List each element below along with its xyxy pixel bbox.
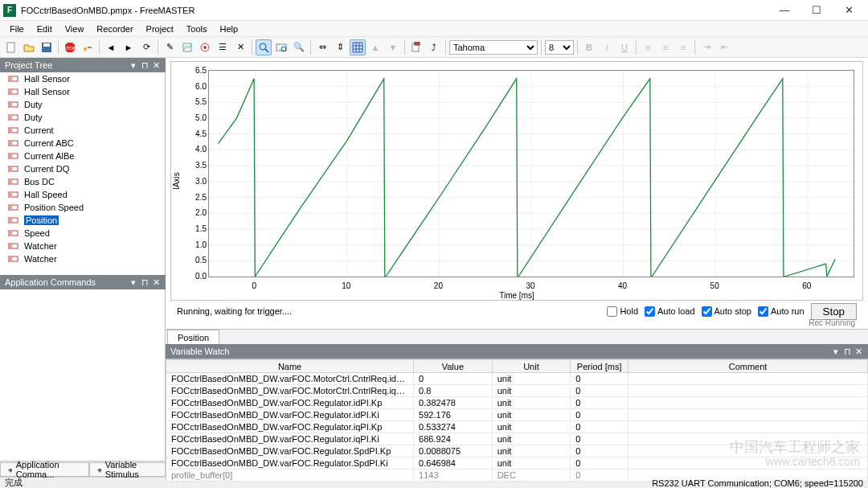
fit-v-icon[interactable]: ⇕ bbox=[332, 39, 348, 55]
autoload-checkbox[interactable]: Auto load bbox=[645, 306, 694, 317]
table-row[interactable]: FOCctrlBasedOnMBD_DW.varFOC.MotorCtrl.Cn… bbox=[166, 385, 868, 397]
properties-icon[interactable]: ☰ bbox=[215, 39, 231, 55]
add-recorder-icon[interactable] bbox=[197, 39, 213, 55]
grid-header[interactable]: Unit bbox=[492, 360, 571, 373]
edit-variable-icon[interactable]: ✎ bbox=[162, 39, 178, 55]
tree-item[interactable]: Position Speed bbox=[0, 201, 165, 214]
autostop-checkbox[interactable]: Auto stop bbox=[702, 306, 751, 317]
add-scope-icon[interactable] bbox=[179, 39, 195, 55]
align-center-icon[interactable]: ≡ bbox=[657, 39, 674, 55]
pin-icon[interactable]: ⊓ bbox=[842, 347, 852, 356]
tree-item[interactable]: Position bbox=[0, 214, 165, 227]
align-right-icon[interactable]: ≡ bbox=[675, 39, 691, 55]
variable-watch-grid[interactable]: NameValueUnitPeriod [ms]Comment FOCctrlB… bbox=[166, 359, 868, 482]
tree-item[interactable]: Speed bbox=[0, 227, 165, 240]
grid-header[interactable]: Value bbox=[414, 360, 493, 373]
stop-comm-icon[interactable]: STOP bbox=[62, 39, 78, 55]
indent-right-icon[interactable]: ⇥ bbox=[698, 39, 714, 55]
export-icon[interactable]: ⤴ bbox=[426, 39, 442, 55]
content-tab[interactable]: Position bbox=[167, 330, 219, 344]
table-row[interactable]: FOCctrlBasedOnMBD_DW.varFOC.Regulator.id… bbox=[166, 397, 868, 409]
italic-icon[interactable]: I bbox=[599, 39, 615, 55]
zoom-window-icon[interactable] bbox=[273, 39, 289, 55]
comm-settings-icon[interactable] bbox=[80, 39, 96, 55]
close-button[interactable]: ✕ bbox=[833, 0, 865, 21]
indent-left-icon[interactable]: ⇤ bbox=[716, 39, 732, 55]
tree-item[interactable]: Duty bbox=[0, 111, 165, 124]
stop-button[interactable]: Stop bbox=[811, 303, 857, 320]
table-row[interactable]: FOCctrlBasedOnMBD_DW.varFOC.Regulator.Sp… bbox=[166, 445, 868, 457]
table-row[interactable]: FOCctrlBasedOnMBD_DW.varFOC.Regulator.iq… bbox=[166, 421, 868, 433]
tree-item[interactable]: Current DQ bbox=[0, 162, 165, 175]
pin-icon bbox=[95, 465, 103, 474]
menu-project[interactable]: Project bbox=[140, 23, 180, 35]
pin-icon[interactable]: ⊓ bbox=[140, 277, 149, 287]
hold-checkbox[interactable]: Hold bbox=[607, 306, 638, 317]
grid-header[interactable]: Name bbox=[166, 360, 414, 373]
menu-file[interactable]: File bbox=[3, 23, 31, 35]
underline-icon[interactable]: U bbox=[616, 39, 633, 55]
tree-item[interactable]: Watcher bbox=[0, 252, 165, 265]
tree-item[interactable]: Current AlBe bbox=[0, 150, 165, 162]
titlebar: F FOCctrlBasedOnMBD.pmpx - FreeMASTER — … bbox=[0, 0, 868, 21]
zoom-select-icon[interactable] bbox=[256, 39, 272, 55]
move-up-icon[interactable]: ▲ bbox=[367, 39, 383, 55]
grid-header[interactable]: Period [ms] bbox=[571, 360, 628, 373]
align-left-icon[interactable]: ≡ bbox=[640, 39, 656, 55]
chart[interactable]: FOCctrlBasedOnMBD_DW.varFOC.Signals.Snls… bbox=[170, 61, 863, 301]
move-down-icon[interactable]: ▼ bbox=[385, 39, 401, 55]
dropdown-icon[interactable]: ▾ bbox=[831, 347, 841, 356]
maximize-button[interactable]: ☐ bbox=[800, 0, 833, 21]
table-row[interactable]: FOCctrlBasedOnMBD_DW.varFOC.Regulator.iq… bbox=[166, 433, 868, 445]
menu-help[interactable]: Help bbox=[214, 23, 245, 35]
tab-app-commands[interactable]: Application Comma... bbox=[0, 462, 89, 477]
table-row[interactable]: FOCctrlBasedOnMBD_DW.varFOC.Regulator.Sp… bbox=[166, 457, 868, 470]
svg-point-9 bbox=[203, 46, 207, 49]
tree-item[interactable]: Current bbox=[0, 124, 165, 137]
autorun-checkbox[interactable]: Auto run bbox=[758, 306, 805, 317]
tree-item[interactable]: Hall Sensor bbox=[0, 72, 165, 85]
grid-header[interactable]: Comment bbox=[628, 360, 868, 373]
table-row[interactable]: FOCctrlBasedOnMBD_DW.varFOC.MotorCtrl.Cn… bbox=[166, 373, 868, 385]
y-tick: 6.0 bbox=[195, 81, 207, 90]
bold-icon[interactable]: B bbox=[581, 39, 597, 55]
font-select[interactable]: Tahoma bbox=[449, 40, 538, 55]
refresh-icon[interactable]: ⟳ bbox=[138, 39, 154, 55]
copy-icon[interactable] bbox=[408, 39, 424, 55]
size-select[interactable]: 8 bbox=[545, 40, 574, 55]
tree-item[interactable]: Hall Sensor bbox=[0, 85, 165, 98]
project-tree[interactable]: Hall SensorHall SensorDutyDutyCurrentCur… bbox=[0, 72, 166, 275]
close-panel-icon[interactable]: ✕ bbox=[854, 347, 863, 356]
scope-icon bbox=[8, 228, 21, 238]
minimize-button[interactable]: — bbox=[768, 0, 800, 21]
tree-item[interactable]: Hall Speed bbox=[0, 188, 165, 201]
tab-variable-stimulus[interactable]: Variable Stimulus bbox=[89, 462, 166, 477]
menu-edit[interactable]: Edit bbox=[31, 23, 59, 35]
svg-point-10 bbox=[260, 43, 266, 50]
dropdown-icon[interactable]: ▾ bbox=[129, 60, 138, 70]
dropdown-icon[interactable]: ▾ bbox=[129, 277, 138, 287]
save-icon[interactable] bbox=[39, 39, 55, 55]
grid-toggle-icon[interactable] bbox=[350, 39, 366, 55]
chart-plot[interactable] bbox=[208, 70, 854, 277]
scope-icon bbox=[8, 113, 21, 122]
forward-icon[interactable]: ► bbox=[121, 39, 137, 55]
close-panel-icon[interactable]: ✕ bbox=[151, 60, 161, 70]
tree-item[interactable]: Watcher bbox=[0, 240, 165, 252]
zoom-icon[interactable]: 🔍 bbox=[291, 39, 307, 55]
menu-tools[interactable]: Tools bbox=[180, 23, 214, 35]
pin-icon[interactable]: ⊓ bbox=[140, 60, 149, 70]
table-row[interactable]: FOCctrlBasedOnMBD_DW.varFOC.Regulator.id… bbox=[166, 409, 868, 421]
menu-recorder[interactable]: Recorder bbox=[90, 23, 139, 35]
tree-item[interactable]: Current ABC bbox=[0, 137, 165, 150]
back-icon[interactable]: ◄ bbox=[103, 39, 119, 55]
open-icon[interactable] bbox=[21, 39, 37, 55]
fit-h-icon[interactable]: ⇔ bbox=[314, 39, 330, 55]
delete-icon[interactable]: ✕ bbox=[232, 39, 248, 55]
tree-item[interactable]: Bus DC bbox=[0, 175, 165, 188]
close-panel-icon[interactable]: ✕ bbox=[151, 277, 161, 287]
pin-icon bbox=[6, 465, 14, 474]
new-file-icon[interactable] bbox=[3, 39, 19, 55]
tree-item[interactable]: Duty bbox=[0, 98, 165, 111]
menu-view[interactable]: View bbox=[59, 23, 91, 35]
